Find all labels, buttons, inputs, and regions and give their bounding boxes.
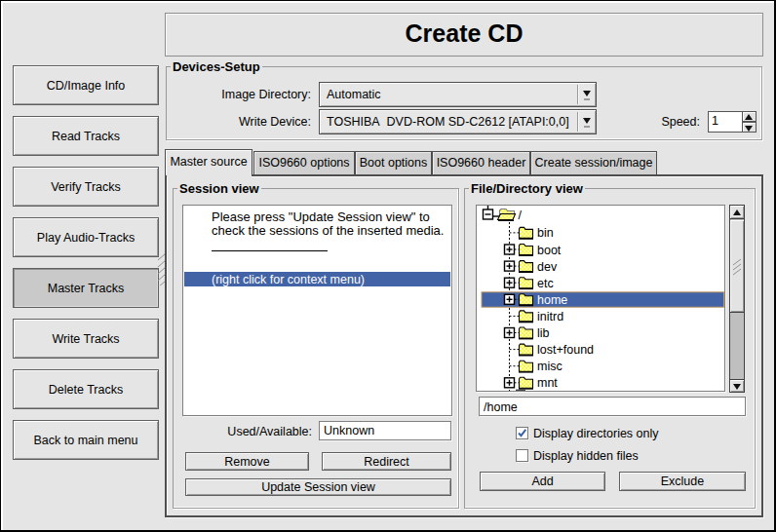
svg-text:dev: dev: [537, 260, 558, 274]
svg-text:/: /: [519, 209, 523, 222]
svg-text:initrd: initrd: [537, 310, 563, 323]
svg-text:lost+found: lost+found: [537, 343, 594, 357]
svg-text:etc: etc: [537, 277, 554, 290]
svg-text:home: home: [537, 293, 567, 307]
svg-text:mnt: mnt: [537, 376, 558, 390]
svg-text:boot: boot: [537, 244, 562, 257]
svg-text:bin: bin: [537, 226, 554, 240]
svg-text:misc: misc: [537, 360, 563, 373]
svg-text:lib: lib: [537, 326, 550, 340]
